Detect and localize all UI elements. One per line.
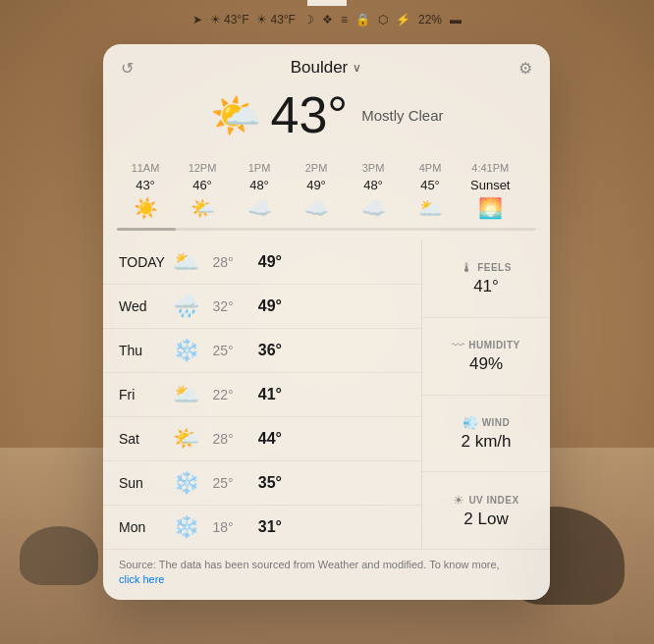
stat-item: ☀ UV INDEX 2 Low: [422, 472, 550, 549]
stat-value: 2 km/h: [461, 432, 511, 452]
current-temperature: 43°: [271, 89, 349, 140]
current-weather-icon: 🌤️: [210, 91, 261, 139]
location-name: Boulder: [291, 58, 349, 78]
hourly-item: 11AM 43° ☀️: [117, 162, 174, 220]
display-icon: ⬡: [378, 13, 388, 27]
hourly-temp: Sunset: [470, 178, 510, 192]
forecast-high: 49°: [243, 253, 282, 271]
hourly-time: 11AM: [132, 162, 160, 174]
location-chevron-icon: ∨: [353, 61, 361, 75]
lock-icon: 🔒: [355, 13, 370, 27]
settings-button[interactable]: ⚙: [518, 59, 532, 78]
forecast-day: Sun: [119, 475, 168, 491]
forecast-low: 32°: [203, 298, 243, 314]
forecast-high: 44°: [243, 430, 282, 448]
location-selector[interactable]: Boulder ∨: [291, 58, 362, 78]
status-temp-1: ☀ 43°F: [210, 13, 248, 27]
stat-label: WIND: [482, 417, 511, 428]
hourly-icon: ☁️: [304, 196, 329, 220]
hourly-icon: ☁️: [247, 196, 272, 220]
forecast-row: Mon ❄️ 18° 31°: [103, 506, 421, 549]
bluetooth-icon: ⚡: [396, 13, 410, 27]
forecast-icon: 🌤️: [168, 426, 203, 452]
hourly-temp: 46°: [192, 178, 212, 192]
stat-icon: 💨: [463, 415, 478, 430]
side-stats: 🌡 FEELS 41° 〰 HUMIDITY 49% 💨 WIND 2 km/h…: [422, 241, 550, 549]
forecast-icon: 🌥️: [168, 382, 203, 407]
hourly-section[interactable]: 11AM 43° ☀️ 12PM 46° 🌤️ 1PM 48° ☁️ 2PM 4…: [103, 154, 550, 231]
scroll-indicator-bar: [117, 228, 176, 231]
widget-footer: Source: The data has been sourced from W…: [103, 549, 550, 600]
hourly-temp: 48°: [249, 178, 269, 192]
stat-label: FEELS: [477, 262, 512, 273]
hourly-icon: ☀️: [134, 196, 158, 220]
battery-value: 22%: [418, 13, 442, 27]
sun-icon-2: ☀: [256, 13, 267, 27]
forecast-day: TODAY: [119, 254, 168, 270]
location-icon: ➤: [192, 13, 202, 27]
weather-widget: ↺ Boulder ∨ ⚙ 🌤️ 43° Mostly Clear 11AM 4…: [103, 44, 550, 600]
footer-text: Source: The data has been sourced from: [119, 559, 318, 570]
forecast-low: 28°: [203, 431, 243, 447]
forecast-icon: 🌧️: [168, 294, 203, 319]
stat-item: 🌡 FEELS 41°: [422, 241, 550, 318]
hourly-icon: 🌥️: [418, 196, 443, 220]
moon-phase-icon: ☽: [303, 13, 314, 27]
hourly-icon: 🌅: [478, 196, 503, 220]
forecast-row: Sun ❄️ 25° 35°: [103, 461, 421, 506]
forecast-icon: ❄️: [168, 470, 203, 496]
hourly-time: 1PM: [248, 162, 271, 174]
forecast-row: Sat 🌤️ 28° 44°: [103, 417, 421, 461]
current-condition: Mostly Clear: [361, 107, 443, 124]
hourly-row: 11AM 43° ☀️ 12PM 46° 🌤️ 1PM 48° ☁️ 2PM 4…: [103, 162, 550, 220]
hourly-item: 3PM 48° ☁️: [345, 162, 402, 220]
forecast-low: 25°: [203, 343, 243, 358]
stat-icon: 〰: [452, 338, 464, 352]
forecast-day: Mon: [119, 519, 168, 535]
stat-label: UV INDEX: [468, 495, 518, 506]
hourly-time: 12PM: [189, 162, 217, 174]
hourly-icon: 🌤️: [191, 196, 215, 220]
status-bar: ➤ ☀ 43°F ☀ 43°F ☽ ❖ ≡ 🔒 ⬡ ⚡ 22% ▬: [0, 0, 654, 39]
stat-icon: 🌡: [461, 260, 473, 275]
forecast-high: 35°: [243, 474, 282, 492]
hourly-time: 4:41PM: [471, 162, 509, 174]
dropbox-icon: ❖: [322, 13, 333, 27]
forecast-day: Thu: [119, 343, 168, 358]
stat-header: 〰 HUMIDITY: [452, 338, 519, 352]
forecast-low: 18°: [203, 519, 243, 535]
forecast-high: 36°: [243, 342, 282, 359]
sun-icon-1: ☀: [210, 13, 221, 27]
refresh-button[interactable]: ↺: [121, 59, 134, 78]
forecast-list: TODAY 🌥️ 28° 49° Wed 🌧️ 32° 49° Thu ❄️ 2…: [103, 241, 422, 549]
stat-item: 〰 HUMIDITY 49%: [422, 318, 550, 396]
hourly-icon: ☁️: [361, 196, 386, 220]
forecast-row: Wed 🌧️ 32° 49°: [103, 285, 421, 329]
hourly-item: 1PM 48° ☁️: [231, 162, 288, 220]
stat-header: 🌡 FEELS: [461, 260, 512, 275]
status-icons: ➤ ☀ 43°F ☀ 43°F ☽ ❖ ≡ 🔒 ⬡ ⚡ 22% ▬: [192, 13, 462, 27]
current-weather: 🌤️ 43° Mostly Clear: [103, 85, 550, 154]
hourly-temp: 43°: [136, 178, 155, 192]
stat-value: 49%: [469, 354, 503, 374]
forecast-day: Wed: [119, 298, 168, 314]
status-temp-2: ☀ 43°F: [256, 13, 295, 27]
stat-item: 💨 WIND 2 km/h: [422, 396, 550, 473]
forecast-low: 28°: [203, 254, 243, 270]
stat-label: HUMIDITY: [468, 340, 519, 350]
click-here-link[interactable]: click here: [119, 573, 164, 585]
widget-header: ↺ Boulder ∨ ⚙: [103, 44, 550, 85]
main-content: TODAY 🌥️ 28° 49° Wed 🌧️ 32° 49° Thu ❄️ 2…: [103, 231, 550, 549]
background-rock-left: [20, 526, 98, 585]
hourly-item: 4:41PM Sunset 🌅: [459, 162, 521, 220]
hourly-time: 2PM: [305, 162, 328, 174]
hourly-temp: 45°: [420, 178, 440, 192]
hourly-temp: 48°: [363, 178, 383, 192]
stat-value: 41°: [473, 277, 499, 296]
hourly-item: 4PM 45° 🌥️: [402, 162, 459, 220]
battery-icon: ▬: [450, 13, 462, 27]
forecast-icon: ❄️: [168, 514, 203, 540]
apple-logo: Weather and modified. To know more,: [318, 559, 500, 570]
hourly-time: 3PM: [362, 162, 385, 174]
status-temp-value-2: 43°F: [270, 13, 295, 27]
